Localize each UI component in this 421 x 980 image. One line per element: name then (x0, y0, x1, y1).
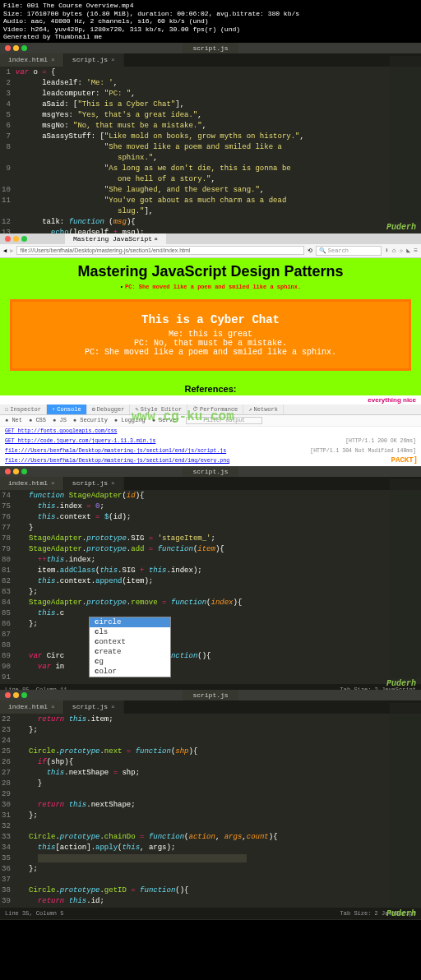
browser-window: Mastering JavaScript × ◀ ▶ file:///Users… (0, 233, 421, 466)
editor-pane-2: index.html× script.js× script.js 7475767… (0, 466, 421, 690)
code-area[interactable]: 747576777879808182838485868788899091 fun… (0, 490, 421, 684)
chat-line: PC: She moved like a poem and smiled lik… (24, 348, 397, 357)
close-icon[interactable] (5, 692, 11, 698)
devtools-tab-inspector[interactable]: ☐ Inspector (0, 404, 47, 414)
close-icon[interactable] (5, 236, 11, 242)
code-area[interactable]: 123456789101112131415 var o = { leadself… (0, 67, 421, 261)
autocomplete-item[interactable]: circle (90, 617, 170, 627)
minimap[interactable] (390, 56, 421, 222)
forward-icon[interactable]: ▶ (10, 247, 13, 254)
log-line[interactable]: GET http://fonts.googleapis.com/css (0, 427, 421, 437)
minimap[interactable] (390, 479, 421, 678)
page-body: Mastering JavaScript Design Patterns • P… (0, 258, 421, 395)
menu-icon[interactable]: ≡ (414, 247, 418, 254)
url-input[interactable]: file:///Users/benfhala/Desktop/mastering… (16, 246, 303, 255)
back-icon[interactable]: ◀ (3, 247, 7, 254)
code-area[interactable]: 222324252627282930313233343536373839 ret… (0, 714, 421, 908)
editor-pane-3: index.html× script.js× script.js 2223242… (0, 690, 421, 920)
minimize-icon[interactable] (13, 45, 19, 51)
chat-title: This is a Cyber Chat (24, 313, 397, 326)
autocomplete-item[interactable]: color (90, 667, 170, 677)
video-metadata: File: 001 The Course Overview.mp4 Size: … (0, 0, 421, 43)
autocomplete-item[interactable]: create (90, 647, 170, 657)
devtools-tab-debugger[interactable]: ⚙ Debugger (87, 404, 131, 414)
minimap[interactable] (390, 703, 421, 908)
maximize-icon[interactable] (21, 692, 27, 698)
close-icon[interactable]: × (154, 235, 158, 243)
filter-css[interactable]: CSS (35, 417, 46, 423)
address-bar: ◀ ▶ file:///Users/benfhala/Desktop/maste… (0, 244, 421, 258)
editor-pane-1: index.html× script.js× script.js 1234567… (0, 43, 421, 233)
packt-logo: PACKT] (391, 456, 418, 465)
maximize-icon[interactable] (21, 236, 27, 242)
close-icon[interactable] (5, 45, 11, 51)
search-input[interactable]: 🔍 Search (316, 246, 382, 256)
watermark-puderh: Puderh (386, 909, 416, 918)
autocomplete-item[interactable]: cls (90, 627, 170, 637)
log-line[interactable]: file:///Users/benfhala/Desktop/mastering… (0, 456, 421, 466)
maximize-icon[interactable] (21, 45, 27, 51)
tab-index-html[interactable]: index.html× (0, 700, 64, 714)
devtools-tab-console[interactable]: › Console (47, 404, 87, 414)
tab-script-js[interactable]: script.js× (64, 700, 124, 714)
devtools-tab-network[interactable]: ↗ Network (243, 404, 284, 414)
chat-line: Me: this is great (24, 330, 397, 339)
tab-script-js-right[interactable]: script.js (183, 43, 238, 53)
watermark-puderh: Puderh (386, 679, 416, 688)
bookmark-icon[interactable]: ☆ (400, 247, 404, 254)
meta-size: Size: 17610700 bytes (16.80 MiB), durati… (3, 10, 418, 18)
line-gutter: 123456789101112131415 (0, 67, 16, 261)
home-icon[interactable]: ⌂ (392, 247, 396, 254)
download-icon[interactable]: ⬇ (385, 247, 389, 254)
log-line[interactable]: [HTTP/1.1 200 OK 26ms]GET http://code.jq… (0, 437, 421, 446)
tab-script-js[interactable]: script.js× (64, 53, 124, 67)
meta-gen: Generated by Thumbnail me (3, 33, 418, 41)
code-content[interactable]: var o = { leadself: 'Me: ', leadcomputer… (16, 67, 421, 261)
code-content[interactable]: return this.item; }; Circle.prototype.ne… (16, 714, 421, 908)
code-content[interactable]: function StageAdapter(id){ this.index = … (16, 490, 421, 684)
autocomplete-item[interactable]: context (90, 637, 170, 647)
minimize-icon[interactable] (13, 236, 19, 242)
filter-net[interactable]: Net (12, 417, 22, 423)
tab-bar: index.html× script.js× script.js (0, 700, 421, 714)
log-line[interactable]: [HTTP/1.1 304 Not Modified 140ms]file://… (0, 446, 421, 456)
close-icon[interactable]: × (111, 56, 115, 63)
tab-bar: index.html× script.js× script.js (0, 477, 421, 490)
watermark-puderh: Puderh (386, 223, 416, 232)
status-bar: Line 35, Column 5 Tab Size: 2 JavaScript (0, 908, 421, 919)
filter-js[interactable]: JS (59, 417, 66, 423)
search-icon: 🔍 (319, 247, 326, 254)
minimize-icon[interactable] (13, 469, 19, 474)
tab-index-html[interactable]: index.html× (0, 53, 64, 67)
watermark: www.cg-ku.com (132, 409, 234, 424)
chat-line: PC: No, that must be a mistake. (24, 339, 397, 348)
autocomplete-popup[interactable]: circle cls context create cg color (89, 617, 171, 677)
references-heading: References: (8, 379, 413, 395)
tab-script-js[interactable]: script.js× (64, 477, 124, 490)
subtitle: • PC: She moved like a poem and smiled l… (8, 283, 413, 291)
meta-audio: Audio: aac, 48000 Hz, 2 channels, s16, 6… (3, 17, 418, 25)
pocket-icon[interactable]: ◣ (406, 247, 410, 254)
meta-video: Video: h264, yuv420p, 1280x720, 313 kb/s… (3, 25, 418, 34)
browser-tab[interactable]: Mastering JavaScript × (65, 233, 166, 244)
page-title: Mastering JavaScript Design Patterns (8, 263, 413, 280)
chat-box: This is a Cyber Chat Me: this is great P… (10, 299, 411, 371)
filter-security[interactable]: Security (80, 417, 108, 423)
close-icon[interactable]: × (51, 56, 55, 63)
tab-index-html[interactable]: index.html× (0, 477, 64, 490)
autocomplete-item[interactable]: cg (90, 657, 170, 667)
minimize-icon[interactable] (13, 692, 19, 698)
status-text: everything nice (0, 395, 421, 404)
tab-script-js-right[interactable]: script.js (183, 466, 238, 477)
maximize-icon[interactable] (21, 469, 27, 474)
close-icon[interactable] (5, 469, 11, 474)
line-gutter: 222324252627282930313233343536373839 (0, 714, 16, 908)
tab-script-js-right[interactable]: script.js (183, 690, 238, 700)
cursor-position: Line 35, Column 5 (5, 910, 63, 917)
line-gutter: 747576777879808182838485868788899091 (0, 490, 16, 684)
reader-icon[interactable]: ⟲ (308, 247, 312, 254)
meta-file: File: 001 The Course Overview.mp4 (3, 2, 418, 10)
devtools: ☐ Inspector › Console ⚙ Debugger ✎ Style… (0, 404, 421, 466)
tab-bar: index.html× script.js× script.js (0, 53, 421, 67)
